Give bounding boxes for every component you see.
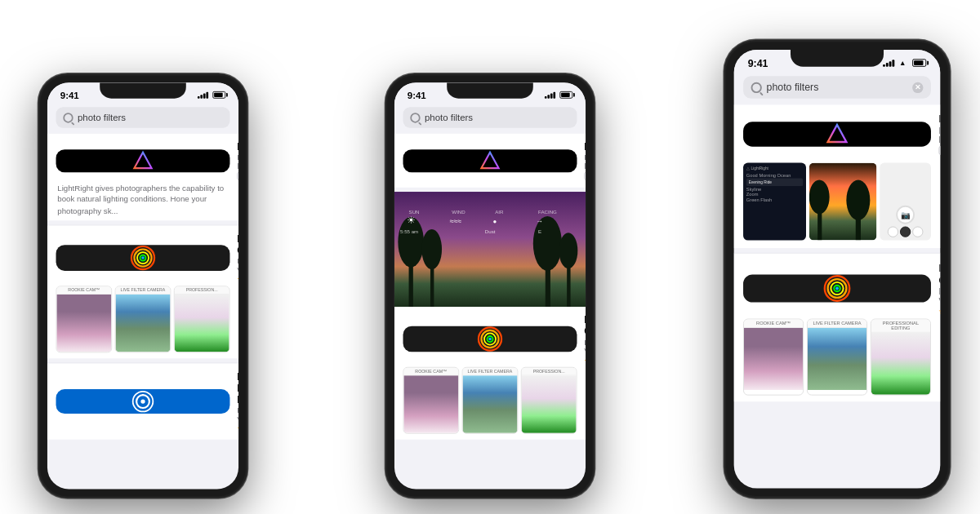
lightright-triangle-svg bbox=[131, 149, 154, 172]
status-time-middle: 9:41 bbox=[408, 90, 426, 100]
signal-bar-r1 bbox=[883, 64, 885, 66]
rookie-ss-2-middle: LIVE FILTER CAMERA bbox=[462, 367, 519, 434]
rookie-svg-mid bbox=[477, 326, 503, 352]
ecp-stars-left: ★★★★★ bbox=[237, 424, 238, 432]
lightright-header-right: LightRight Photo filters for all lightin… bbox=[743, 113, 931, 155]
signal-bar-1 bbox=[198, 96, 200, 99]
svg-text:→: → bbox=[536, 217, 543, 225]
rookie-ss-1-img-left bbox=[56, 295, 111, 352]
lightright-card-left[interactable]: LightRight Photo filters for all lightin… bbox=[47, 134, 238, 221]
lightright-subtitle-right: Photo filters for all lighting bbox=[938, 126, 940, 144]
rookie-screenshots-left: ROOKIE CAM™ LIVE FILTER CAMERA PROFESSIO… bbox=[56, 286, 230, 353]
rookie-ss-2-right: LIVE FILTER CAMERA bbox=[807, 319, 867, 396]
svg-text:E: E bbox=[538, 228, 541, 234]
signal-bar-m4 bbox=[553, 91, 555, 98]
svg-text:●: ● bbox=[493, 218, 497, 225]
lightright-icon-right bbox=[743, 122, 931, 146]
lightright-triangle-svg-mid bbox=[479, 149, 501, 172]
rookie-card-right[interactable]: Rookie Cam™ Photo & Video ★★★★★ 3.8K GET bbox=[734, 254, 941, 401]
phone-middle: 9:41 photo bbox=[385, 74, 594, 498]
status-time-left: 9:41 bbox=[60, 90, 79, 100]
ecp-svg bbox=[131, 389, 155, 414]
lightright-triangle-svg-right bbox=[825, 122, 849, 146]
search-bar-left[interactable]: photo filters bbox=[56, 107, 230, 128]
search-icon-left bbox=[63, 113, 73, 122]
phone-left: 9:41 bbox=[38, 74, 247, 498]
rookie-ss-2-img-left bbox=[116, 295, 171, 352]
landscape-image-middle: SUN WIND AIR FACING ☀ ≈≈≈ ● → 5:55 am Du… bbox=[394, 192, 586, 307]
lightright-header-left: LightRight Photo filters for all lightin… bbox=[56, 141, 230, 180]
ecp-icon-left bbox=[56, 389, 230, 414]
rookie-ss-1-img-right bbox=[744, 328, 803, 390]
signal-bar-m2 bbox=[547, 95, 550, 98]
lightright-rating-right: Ad ★★★★★ 23K bbox=[938, 146, 940, 155]
ecp-header-left: ECP Photo - Editor,... Photo & Video ★★★… bbox=[56, 370, 230, 432]
rookie-icon-middle bbox=[403, 326, 577, 352]
lightright-header-middle: LightRight Photo filters for all lightin… bbox=[403, 141, 577, 180]
notch-middle bbox=[447, 82, 533, 98]
ecp-rating-left: ★★★★★ 128 bbox=[237, 424, 238, 432]
lightright-card-middle[interactable]: LightRight Photo filters for all lightin… bbox=[394, 134, 586, 188]
rookie-ss-3-label-middle: PROFESSION... bbox=[522, 368, 577, 376]
lightright-rating-middle: Ad ★★★★★ 23K bbox=[584, 171, 586, 180]
lightright-icon-middle bbox=[403, 149, 577, 172]
rookie-info-left: Rookie Cam™ Photo & Video ★★★★★ 3.8K bbox=[237, 233, 238, 283]
svg-point-13 bbox=[421, 229, 442, 269]
search-icon-middle bbox=[410, 113, 420, 122]
rookie-screenshots-middle: ROOKIE CAM™ LIVE FILTER CAMERA PROFESSIO… bbox=[403, 367, 577, 434]
svg-text:☀: ☀ bbox=[407, 215, 416, 226]
rookie-header-left: Rookie Cam™ Photo & Video ★★★★★ 3.8K bbox=[56, 233, 230, 283]
svg-marker-34 bbox=[828, 125, 847, 142]
lightright-subtitle-left: Photo filters for all lighting bbox=[237, 153, 238, 171]
svg-marker-8 bbox=[481, 152, 498, 167]
app-list-left: LightRight Photo filters for all lightin… bbox=[47, 134, 238, 490]
rookie-name-middle: Rookie Cam™ bbox=[584, 314, 586, 337]
rookie-ss-3-label-right: PROFESSIONAL EDITING bbox=[871, 320, 930, 333]
rookie-header-middle: Rookie Cam™ Photo & Video ★★★★★ 3.8K bbox=[403, 314, 577, 365]
ad-badge-left: Ad bbox=[237, 171, 238, 180]
lightright-rating-left: Ad ★★★★★ 23K bbox=[237, 171, 238, 180]
phones-container: 9:41 bbox=[0, 0, 980, 514]
search-clear-right[interactable]: ✕ bbox=[912, 82, 923, 92]
rookie-name-right: Rookie Cam™ bbox=[938, 261, 940, 286]
signal-bar-m1 bbox=[545, 96, 547, 99]
rookie-ss-2-label-right: LIVE FILTER CAMERA bbox=[808, 320, 866, 328]
ecp-card-left[interactable]: ECP Photo - Editor,... Photo & Video ★★★… bbox=[47, 364, 238, 440]
ecp-name-left: ECP Photo - Editor,... bbox=[237, 370, 238, 405]
lightright-card-right[interactable]: LightRight Photo filters for all lightin… bbox=[734, 104, 941, 248]
rookie-ss-1-right: ROOKIE CAM™ bbox=[743, 319, 804, 396]
rookie-rating-middle: ★★★★★ 3.8K bbox=[584, 357, 586, 365]
phone-screen-left: 9:41 bbox=[47, 82, 238, 489]
rookie-ss-3-right: PROFESSIONAL EDITING bbox=[871, 319, 931, 396]
lr-sunset-panel bbox=[808, 163, 876, 241]
svg-text:SUN: SUN bbox=[409, 209, 420, 215]
rookie-rating-right: ★★★★★ 3.8K bbox=[938, 307, 940, 315]
rookie-card-middle[interactable]: Rookie Cam™ Photo & Video ★★★★★ 3.8K ROO… bbox=[394, 307, 586, 440]
signal-bars-left bbox=[198, 91, 208, 98]
rookie-ss-2-label-middle: LIVE FILTER CAMERA bbox=[463, 368, 518, 376]
lightright-name-right: LightRight bbox=[938, 113, 940, 125]
lightright-info-right: LightRight Photo filters for all lightin… bbox=[938, 113, 940, 155]
rookie-card-left[interactable]: Rookie Cam™ Photo & Video ★★★★★ 3.8K bbox=[47, 226, 238, 359]
search-bar-right[interactable]: photo filters ✕ bbox=[743, 76, 931, 99]
rookie-screenshots-right: ROOKIE CAM™ LIVE FILTER CAMERA PROFESSIO… bbox=[743, 319, 931, 396]
phone-frame-middle: 9:41 photo bbox=[385, 74, 594, 498]
svg-point-33 bbox=[488, 338, 492, 341]
lightright-subtitle-middle: Photo filters for all lighting bbox=[584, 153, 586, 171]
phone-screen-middle: 9:41 photo bbox=[394, 82, 586, 489]
signal-bar-2 bbox=[200, 95, 203, 98]
rookie-ss-1-middle: ROOKIE CAM™ bbox=[403, 367, 460, 434]
svg-marker-0 bbox=[134, 152, 151, 167]
rookie-ss-2-img-middle bbox=[463, 375, 518, 432]
signal-bars-middle bbox=[545, 91, 555, 98]
search-icon-right bbox=[751, 82, 762, 92]
search-bar-middle[interactable]: photo filters bbox=[403, 107, 577, 128]
lightright-name-middle: LightRight bbox=[584, 141, 586, 153]
rookie-ss-2-img-right bbox=[808, 328, 866, 390]
svg-text:WIND: WIND bbox=[452, 209, 466, 215]
svg-text:5:55 am: 5:55 am bbox=[400, 228, 418, 234]
battery-fill-left bbox=[214, 93, 223, 97]
search-query-left: photo filters bbox=[78, 112, 223, 122]
rookie-ss-1-img-middle bbox=[403, 375, 458, 432]
signal-bar-r3 bbox=[889, 61, 892, 67]
